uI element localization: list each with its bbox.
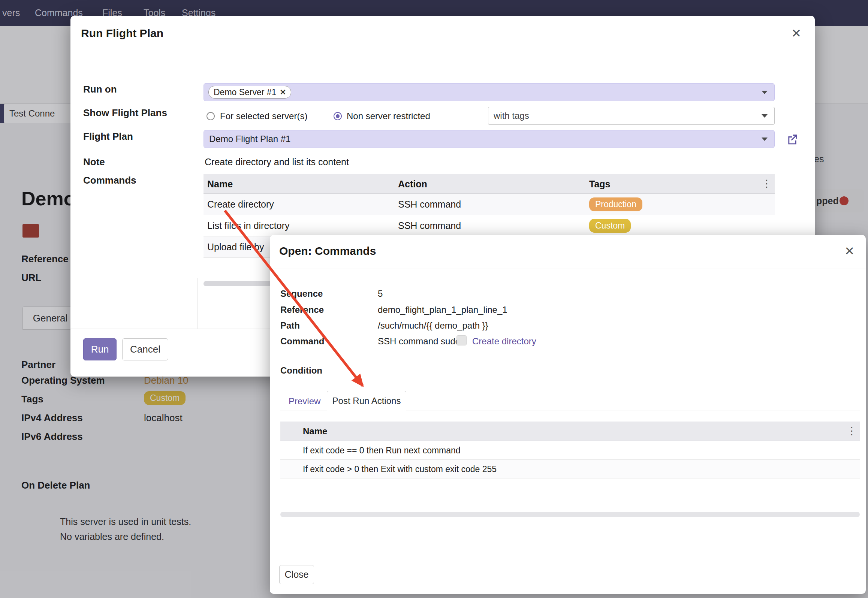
flight-plan-select[interactable]: Demo Flight Plan #1 [204, 130, 775, 148]
note-label: Note [83, 156, 105, 168]
header-action: Action [398, 179, 427, 190]
sequence-label: Sequence [280, 289, 323, 299]
chevron-down-icon [762, 91, 768, 94]
modal-header-divider [270, 269, 866, 269]
command-checkbox[interactable] [456, 335, 467, 345]
field-separator-line [373, 362, 373, 377]
run-button[interactable]: Run [83, 338, 117, 360]
commands-modal-title: Open: Commands [279, 245, 376, 257]
row-name: If exit code > 0 then Exit with custom e… [303, 464, 497, 474]
close-icon[interactable]: ✕ [791, 26, 801, 40]
close-button[interactable]: Close [279, 565, 314, 584]
flight-plan-value: Demo Flight Plan #1 [209, 134, 290, 144]
flight-plan-label: Flight Plan [83, 131, 133, 142]
modal-header-divider [70, 52, 815, 52]
show-flight-plans-label: Show Flight Plans [83, 107, 167, 119]
row-name: If exit code == 0 then Run next command [303, 446, 461, 456]
external-link-icon[interactable] [786, 133, 798, 145]
table-row[interactable]: If exit code == 0 then Run next command [280, 441, 860, 460]
chevron-down-icon [762, 114, 768, 118]
with-tags-select[interactable]: with tags [488, 107, 775, 125]
radio-for-selected-servers[interactable] [207, 112, 215, 120]
row-name: Create directory [207, 199, 274, 210]
run-on-multiselect[interactable]: Demo Server #1 ✕ [204, 83, 775, 101]
kebab-menu-icon[interactable]: ⋮ [847, 425, 857, 437]
row-name: List files in directory [207, 220, 290, 231]
server-chip[interactable]: Demo Server #1 ✕ [208, 86, 291, 99]
command-label: Command [280, 336, 324, 347]
reference-label: Reference [280, 305, 324, 315]
row-action: SSH command [398, 199, 461, 210]
row-action: SSH command [398, 220, 461, 231]
condition-label: Condition [280, 365, 322, 376]
with-tags-value: with tags [494, 111, 529, 121]
post-run-actions-table: Name ⋮ If exit code == 0 then Run next c… [280, 422, 860, 497]
post-run-table-header: Name ⋮ [280, 422, 860, 441]
row-tag: Custom [589, 219, 631, 233]
radio-for-selected-servers-label: For selected server(s) [220, 111, 307, 121]
row-tag: Production [589, 197, 642, 211]
horizontal-scrollbar[interactable] [280, 512, 860, 517]
run-modal-title: Run Flight Plan [81, 27, 163, 40]
commands-label: Commands [83, 175, 136, 186]
sheet-divider [198, 278, 198, 329]
field-separator-line [373, 287, 373, 347]
custom-tag-badge: Custom [589, 219, 631, 233]
run-on-label: Run on [83, 84, 117, 95]
screen: vers Commands Files Tools Settings Test … [0, 0, 868, 598]
create-directory-link[interactable]: Create directory [472, 336, 536, 347]
header-tags: Tags [589, 179, 611, 190]
remove-chip-icon[interactable]: ✕ [280, 88, 286, 97]
commands-table-header: Name Action Tags ⋮ [204, 174, 775, 194]
reference-value: demo_flight_plan_1_plan_line_1 [378, 305, 507, 315]
open-commands-modal: Open: Commands ✕ Sequence 5 Reference de… [270, 235, 866, 594]
header-name: Name [207, 179, 233, 190]
radio-non-server-restricted[interactable] [334, 112, 342, 120]
radio-non-server-restricted-label: Non server restricted [347, 111, 430, 121]
table-row-empty [280, 478, 860, 497]
kebab-menu-icon[interactable]: ⋮ [762, 178, 772, 190]
table-row[interactable]: If exit code > 0 then Exit with custom e… [280, 460, 860, 478]
flight-plan-note-text: Create directory and list its content [205, 157, 349, 167]
row-name: Upload file by [207, 242, 264, 253]
tab-preview[interactable]: Preview [289, 396, 320, 407]
table-row[interactable]: Create directory SSH command Production [204, 194, 775, 215]
tab-post-run-actions[interactable]: Post Run Actions [327, 391, 406, 411]
path-label: Path [280, 320, 300, 331]
command-value: SSH command sudo [378, 336, 460, 347]
cancel-button[interactable]: Cancel [122, 338, 168, 360]
chevron-down-icon [762, 138, 768, 141]
sequence-value: 5 [378, 289, 383, 299]
table-row[interactable]: List files in directory SSH command Cust… [204, 215, 775, 236]
path-value: /such/much/{{ demo_path }} [378, 320, 488, 331]
server-chip-label: Demo Server #1 [214, 87, 276, 97]
production-tag-badge: Production [589, 197, 642, 211]
close-icon[interactable]: ✕ [844, 244, 855, 258]
header-name: Name [303, 426, 327, 437]
